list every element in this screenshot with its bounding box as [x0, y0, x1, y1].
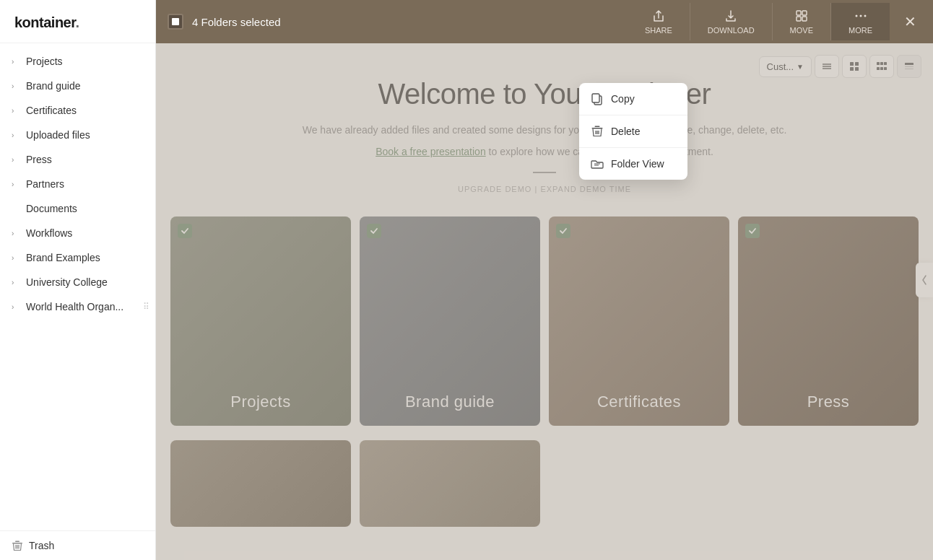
- trash-icon: [12, 540, 23, 551]
- chevron-right-icon: ›: [12, 302, 22, 312]
- copy-icon: [591, 92, 604, 105]
- sidebar-item-university-college[interactable]: › University College: [0, 270, 155, 294]
- sidebar-item-uploaded-files[interactable]: › Uploaded files: [0, 123, 155, 147]
- delete-icon: [591, 125, 604, 138]
- svg-rect-7: [797, 17, 801, 21]
- chevron-right-icon: ›: [12, 253, 22, 263]
- folder-card-press[interactable]: Press: [738, 216, 919, 426]
- hero-presentation-link[interactable]: Book a free presentation: [376, 146, 486, 157]
- download-action[interactable]: DOWNLOAD: [690, 3, 773, 40]
- sidebar-label-university-college: University College: [26, 276, 144, 288]
- svg-rect-25: [855, 62, 859, 66]
- svg-rect-1: [15, 541, 19, 543]
- svg-rect-5: [797, 11, 801, 15]
- folder-checkbox-projects[interactable]: [178, 224, 192, 238]
- svg-point-9: [855, 15, 857, 17]
- svg-rect-26: [850, 67, 854, 71]
- folder-name-projects: Projects: [170, 393, 351, 411]
- sidebar-label-press: Press: [26, 154, 144, 165]
- folder-card-partial-2[interactable]: [360, 440, 540, 527]
- svg-rect-35: [905, 66, 914, 67]
- download-icon: [724, 9, 738, 23]
- select-all-checkbox[interactable]: [168, 14, 183, 30]
- more-icon: [854, 9, 868, 23]
- folder-card-partial-1[interactable]: [170, 440, 351, 527]
- dropdown-copy[interactable]: Copy: [579, 83, 687, 115]
- trash-label: Trash: [29, 540, 54, 551]
- view-list-btn[interactable]: [815, 55, 839, 78]
- folder-checkbox-press[interactable]: [745, 224, 760, 238]
- sidebar-label-partners: Partners: [26, 178, 144, 190]
- dropdown-delete[interactable]: Delete: [579, 115, 687, 147]
- sidebar: kontainer. › Projects › Brand guide › Ce…: [0, 0, 156, 560]
- sidebar-item-press[interactable]: › Press: [0, 147, 155, 172]
- sidebar-item-documents[interactable]: › Documents: [0, 196, 155, 221]
- view-sort-dropdown[interactable]: Cust... ▼: [759, 56, 812, 77]
- trash-item[interactable]: Trash: [0, 530, 155, 560]
- folder-grid-bottom: [156, 440, 933, 541]
- more-action[interactable]: MORE: [831, 3, 890, 40]
- chevron-right-icon: ›: [12, 130, 22, 140]
- hero-upgrade-text: UPGRADE DEMO | EXPAND DEMO TIME: [170, 185, 919, 193]
- sidebar-label-workflows: Workflows: [26, 227, 144, 239]
- content-area: Copy Delete: [156, 43, 933, 560]
- folder-view-icon: [591, 157, 604, 170]
- share-action[interactable]: SHARE: [628, 3, 690, 40]
- collapse-panel-button[interactable]: [916, 263, 933, 297]
- svg-rect-34: [905, 63, 914, 65]
- sidebar-item-brand-guide[interactable]: › Brand guide: [0, 74, 155, 98]
- sidebar-item-partners[interactable]: › Partners: [0, 172, 155, 196]
- svg-rect-24: [850, 62, 854, 66]
- svg-rect-14: [592, 128, 603, 129]
- dropdown-folder-view[interactable]: Folder View: [579, 148, 687, 180]
- topbar: 4 Folders selected SHARE: [156, 0, 933, 43]
- view-sort-label: Cust...: [767, 61, 794, 72]
- hero-divider: [533, 172, 556, 173]
- folder-card-certificates[interactable]: Certificates: [549, 216, 729, 426]
- main-area: 4 Folders selected SHARE: [156, 0, 933, 560]
- svg-rect-30: [884, 62, 887, 65]
- sidebar-label-documents: Documents: [26, 203, 144, 214]
- more-dropdown-menu: Copy Delete: [579, 83, 687, 180]
- selected-count-text: 4 Folders selected: [192, 16, 628, 28]
- more-label: MORE: [849, 26, 872, 35]
- svg-rect-8: [802, 17, 807, 21]
- sidebar-item-world-health[interactable]: › World Health Organ... ⠿: [0, 294, 155, 319]
- close-button[interactable]: ✕: [898, 10, 921, 33]
- sidebar-item-brand-examples[interactable]: › Brand Examples: [0, 245, 155, 270]
- sidebar-item-certificates[interactable]: › Certificates: [0, 98, 155, 123]
- folder-checkbox-brand-guide[interactable]: [367, 224, 381, 238]
- download-label: DOWNLOAD: [708, 26, 755, 35]
- sidebar-item-workflows[interactable]: › Workflows: [0, 221, 155, 245]
- logo-area: kontainer.: [0, 0, 155, 43]
- folder-grid: Projects Brand guide: [156, 216, 933, 440]
- move-icon: [794, 9, 809, 23]
- sidebar-label-certificates: Certificates: [26, 105, 144, 116]
- copy-label: Copy: [611, 93, 635, 105]
- svg-point-11: [864, 15, 866, 17]
- chevron-right-icon: ›: [12, 56, 22, 66]
- svg-rect-15: [595, 126, 600, 128]
- svg-point-10: [859, 15, 862, 17]
- folder-view-label: Folder View: [611, 158, 664, 170]
- chevron-right-icon: ›: [12, 228, 22, 238]
- view-grid-2-btn[interactable]: [842, 55, 867, 78]
- sidebar-label-world-health: World Health Organ...: [26, 301, 144, 312]
- app-logo: kontainer.: [14, 14, 79, 30]
- view-grid-3-btn[interactable]: [869, 55, 894, 78]
- hero-subtitle: We have already added files and created …: [170, 122, 919, 138]
- topbar-actions: SHARE DOWNLOAD: [628, 3, 890, 40]
- move-action[interactable]: MOVE: [773, 3, 831, 40]
- sidebar-item-projects[interactable]: › Projects: [0, 49, 155, 74]
- folder-checkbox-certificates[interactable]: [556, 224, 570, 238]
- chevron-right-icon: ›: [12, 81, 22, 91]
- sidebar-label-brand-examples: Brand Examples: [26, 252, 144, 263]
- view-list-detail-btn[interactable]: [897, 55, 921, 78]
- folder-card-brand-guide[interactable]: Brand guide: [360, 216, 540, 426]
- delete-label: Delete: [611, 126, 640, 137]
- folder-card-projects[interactable]: Projects: [170, 216, 351, 426]
- svg-rect-6: [802, 11, 807, 15]
- svg-rect-36: [905, 69, 914, 69]
- svg-rect-0: [12, 543, 22, 544]
- svg-rect-31: [877, 67, 880, 70]
